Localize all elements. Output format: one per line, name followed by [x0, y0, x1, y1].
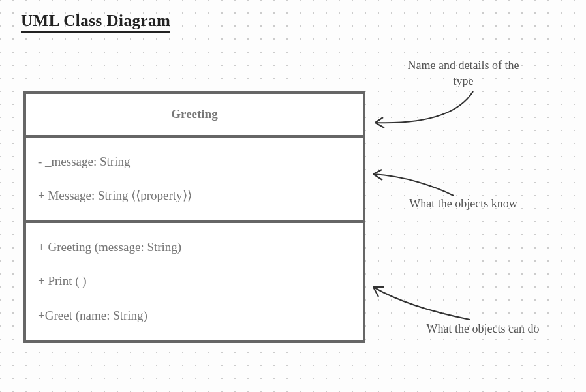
- uml-method: + Greeting (message: String): [38, 239, 351, 256]
- annotation-fields: What the objects know: [405, 196, 522, 211]
- arrow-to-name: [365, 85, 496, 137]
- uml-field: + Message: String ⟨⟨property⟩⟩: [38, 187, 351, 205]
- annotation-methods: What the objects can do: [418, 321, 548, 337]
- uml-class-name-compartment: Greeting: [26, 94, 363, 138]
- uml-field: - _message: String: [38, 153, 351, 171]
- uml-fields-compartment: - _message: String + Message: String ⟨⟨p…: [26, 138, 363, 223]
- uml-method: + Print ( ): [38, 273, 351, 290]
- diagram-title: UML Class Diagram: [21, 12, 170, 33]
- uml-class-box: Greeting - _message: String + Message: S…: [23, 91, 365, 343]
- uml-methods-compartment: + Greeting (message: String) + Print ( )…: [26, 223, 363, 340]
- uml-method: +Greet (name: String): [38, 307, 351, 325]
- annotation-name: Name and details of the type: [398, 57, 529, 89]
